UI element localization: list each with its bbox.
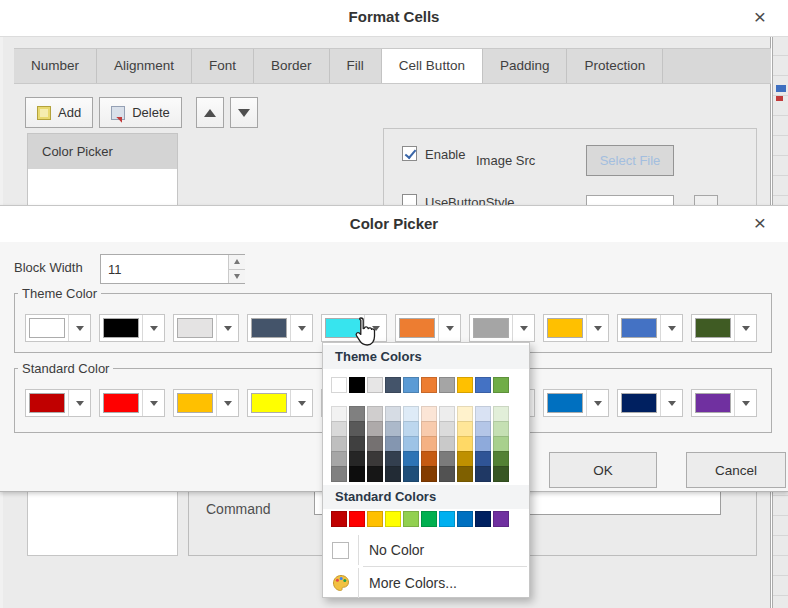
color-variant-cell[interactable] — [439, 436, 455, 452]
tab-protection[interactable]: Protection — [567, 49, 663, 83]
color-variant-cell[interactable] — [349, 406, 365, 422]
color-swatch[interactable] — [399, 318, 435, 338]
block-width-input[interactable] — [100, 254, 245, 284]
color-cell[interactable] — [367, 377, 383, 393]
color-variant-cell[interactable] — [331, 451, 347, 467]
spinner-down-button[interactable] — [229, 269, 245, 284]
color-swatch-dropdown[interactable] — [99, 389, 165, 417]
color-variant-cell[interactable] — [367, 406, 383, 422]
color-variant-cell[interactable] — [349, 421, 365, 437]
cancel-button[interactable]: Cancel — [686, 452, 786, 488]
color-variant-cell[interactable] — [457, 451, 473, 467]
chevron-down-icon[interactable] — [512, 315, 534, 341]
color-variant-cell[interactable] — [457, 406, 473, 422]
color-swatch[interactable] — [177, 318, 213, 338]
color-variant-cell[interactable] — [385, 451, 401, 467]
more-colors-item[interactable]: More Colors... — [323, 568, 529, 598]
color-variant-cell[interactable] — [367, 451, 383, 467]
color-variant-cell[interactable] — [349, 436, 365, 452]
color-variant-cell[interactable] — [421, 421, 437, 437]
color-variant-cell[interactable] — [385, 421, 401, 437]
color-variant-cell[interactable] — [421, 436, 437, 452]
tab-border[interactable]: Border — [254, 49, 330, 83]
color-swatch[interactable] — [251, 318, 287, 338]
color-cell[interactable] — [331, 511, 347, 527]
chevron-down-icon[interactable] — [68, 390, 90, 416]
color-swatch-dropdown[interactable] — [691, 314, 757, 342]
color-variant-cell[interactable] — [367, 466, 383, 482]
color-variant-cell[interactable] — [475, 421, 491, 437]
color-swatch-dropdown[interactable] — [543, 389, 609, 417]
color-swatch-dropdown[interactable] — [99, 314, 165, 342]
chevron-down-icon[interactable] — [142, 390, 164, 416]
color-swatch-dropdown[interactable] — [395, 314, 461, 342]
color-variant-cell[interactable] — [385, 436, 401, 452]
color-variant-cell[interactable] — [349, 466, 365, 482]
color-swatch-dropdown[interactable] — [25, 314, 91, 342]
color-variant-cell[interactable] — [403, 451, 419, 467]
chevron-down-icon[interactable] — [216, 315, 238, 341]
color-variant-cell[interactable] — [421, 406, 437, 422]
color-variant-cell[interactable] — [493, 451, 509, 467]
color-swatch[interactable] — [29, 318, 65, 338]
color-variant-cell[interactable] — [457, 466, 473, 482]
chevron-down-icon[interactable] — [290, 390, 312, 416]
chevron-down-icon[interactable] — [216, 390, 238, 416]
color-variant-cell[interactable] — [493, 466, 509, 482]
chevron-down-icon[interactable] — [438, 315, 460, 341]
chevron-down-icon[interactable] — [586, 390, 608, 416]
close-icon[interactable]: × — [754, 4, 766, 30]
color-variant-cell[interactable] — [421, 466, 437, 482]
color-cell[interactable] — [457, 377, 473, 393]
color-variant-cell[interactable] — [457, 436, 473, 452]
color-swatch-dropdown[interactable] — [617, 389, 683, 417]
color-swatch[interactable] — [695, 393, 731, 413]
color-swatch-dropdown[interactable] — [543, 314, 609, 342]
color-variant-cell[interactable] — [349, 451, 365, 467]
tab-alignment[interactable]: Alignment — [97, 49, 192, 83]
chevron-down-icon[interactable] — [734, 315, 756, 341]
color-cell[interactable] — [493, 377, 509, 393]
color-variant-cell[interactable] — [403, 466, 419, 482]
color-variant-cell[interactable] — [475, 451, 491, 467]
color-swatch[interactable] — [621, 393, 657, 413]
color-variant-cell[interactable] — [439, 421, 455, 437]
chevron-down-icon[interactable] — [734, 390, 756, 416]
add-button[interactable]: Add — [25, 97, 93, 128]
chevron-down-icon[interactable] — [660, 315, 682, 341]
color-variant-cell[interactable] — [403, 406, 419, 422]
color-cell[interactable] — [475, 511, 491, 527]
tab-cell-button[interactable]: Cell Button — [382, 49, 483, 83]
color-variant-cell[interactable] — [331, 406, 347, 422]
list-item-color-picker[interactable]: Color Picker — [28, 134, 177, 169]
tab-number[interactable]: Number — [14, 49, 97, 83]
color-cell[interactable] — [385, 511, 401, 527]
color-swatch[interactable] — [251, 393, 287, 413]
color-swatch-dropdown[interactable] — [247, 314, 313, 342]
color-variant-cell[interactable] — [331, 466, 347, 482]
color-swatch[interactable] — [621, 318, 657, 338]
color-cell[interactable] — [385, 377, 401, 393]
color-variant-cell[interactable] — [439, 451, 455, 467]
move-up-button[interactable] — [196, 97, 224, 128]
chevron-down-icon[interactable] — [290, 315, 312, 341]
color-swatch-dropdown[interactable] — [691, 389, 757, 417]
color-cell[interactable] — [421, 511, 437, 527]
color-variant-cell[interactable] — [367, 421, 383, 437]
color-swatch[interactable] — [29, 393, 65, 413]
color-variant-cell[interactable] — [331, 436, 347, 452]
color-variant-cell[interactable] — [493, 421, 509, 437]
color-cell[interactable] — [421, 377, 437, 393]
color-variant-cell[interactable] — [475, 436, 491, 452]
spinner-up-button[interactable] — [229, 255, 245, 269]
color-cell[interactable] — [439, 377, 455, 393]
color-cell[interactable] — [331, 377, 347, 393]
tab-padding[interactable]: Padding — [483, 49, 568, 83]
color-variant-cell[interactable] — [385, 406, 401, 422]
chevron-down-icon[interactable] — [68, 315, 90, 341]
color-cell[interactable] — [349, 377, 365, 393]
chevron-down-icon[interactable] — [142, 315, 164, 341]
color-variant-cell[interactable] — [367, 436, 383, 452]
move-down-button[interactable] — [230, 97, 258, 128]
color-swatch-dropdown[interactable] — [247, 389, 313, 417]
